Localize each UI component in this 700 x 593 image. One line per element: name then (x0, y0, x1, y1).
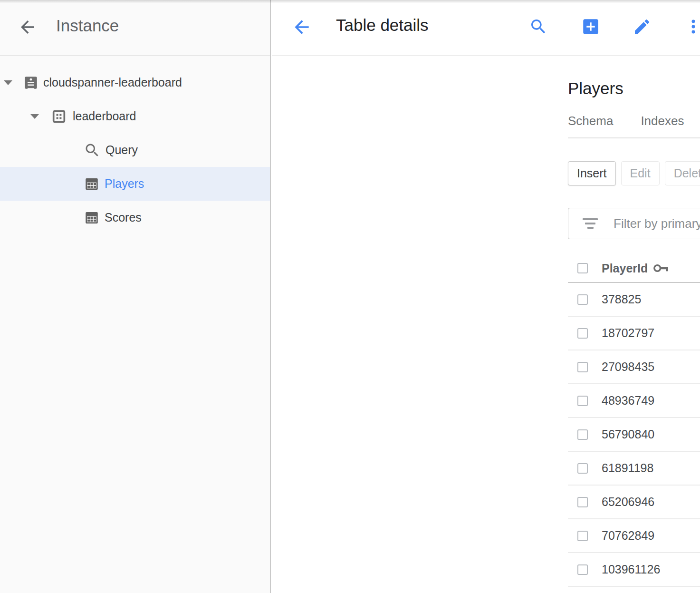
select-all-checkbox[interactable] (577, 263, 588, 273)
tree-item-scores[interactable]: Scores (0, 201, 270, 234)
filter-input[interactable]: Filter by primary key (568, 208, 700, 239)
row-checkbox[interactable] (577, 294, 588, 305)
row-checkbox[interactable] (577, 463, 588, 474)
row-checkbox[interactable] (577, 328, 588, 339)
table-name-title: Players (568, 79, 623, 98)
tree-item-label: Scores (105, 211, 142, 224)
table-row[interactable]: 70762849 Player 77 (568, 519, 700, 553)
sidebar-header: Instance (0, 0, 270, 56)
insert-button[interactable]: Insert (568, 161, 616, 185)
search-icon (84, 142, 101, 159)
row-checkbox[interactable] (577, 497, 588, 507)
delete-button[interactable]: Delete (665, 161, 700, 185)
tree-item-query[interactable]: Query (0, 133, 270, 167)
player-id-cell: 48936749 (602, 394, 700, 408)
tree-item-instance[interactable]: cloudspanner-leaderboard (0, 66, 270, 99)
table-header-row: PlayerId PlayerName (568, 254, 700, 283)
back-icon[interactable] (291, 16, 313, 38)
player-id-cell: 65206946 (602, 495, 700, 509)
table-icon (84, 210, 100, 226)
table-icon (84, 176, 100, 192)
tree-item-players[interactable]: Players (0, 167, 270, 201)
table-row[interactable]: 378825 Player 46 (568, 283, 700, 317)
row-action-buttons: Insert Edit Delete (568, 161, 700, 185)
data-table: PlayerId PlayerName 378825 Player 46 187… (568, 254, 700, 587)
row-checkbox[interactable] (577, 531, 588, 541)
tab-schema[interactable]: Schema (568, 114, 613, 136)
tab-indexes[interactable]: Indexes (641, 114, 684, 136)
collapse-caret-icon[interactable] (4, 80, 12, 85)
search-icon[interactable] (527, 16, 549, 38)
page-header-title: Table details (336, 16, 429, 35)
row-checkbox[interactable] (577, 429, 588, 440)
back-icon[interactable] (17, 17, 38, 38)
tree-item-label: Query (105, 143, 138, 157)
player-id-cell: 378825 (602, 292, 700, 306)
table-row[interactable]: 27098435 Player 5 (568, 350, 700, 384)
tree-item-database[interactable]: leaderboard (0, 99, 270, 133)
tree-item-label: leaderboard (73, 109, 136, 123)
tab-divider (568, 137, 700, 138)
edit-icon[interactable] (631, 16, 653, 38)
primary-key-icon (653, 263, 669, 273)
table-row[interactable]: 56790840 Player 49 (568, 418, 700, 452)
row-checkbox[interactable] (577, 396, 588, 406)
tree-item-label: cloudspanner-leaderboard (43, 76, 182, 89)
column-header-playerid: PlayerId (602, 262, 700, 275)
column-header-label: PlayerId (602, 262, 648, 275)
row-checkbox[interactable] (577, 564, 588, 575)
add-icon[interactable] (580, 16, 602, 38)
player-id-cell: 18702797 (602, 326, 700, 340)
player-id-cell: 70762849 (602, 529, 700, 543)
table-row[interactable]: 61891198 Player 19 (568, 452, 700, 486)
sidebar-title: Instance (56, 16, 119, 35)
player-id-cell: 61891198 (602, 461, 700, 475)
main-panel: Table details Players Schema Indexes Dat… (272, 0, 700, 593)
table-row[interactable]: 103961126 Player 70 (568, 553, 700, 587)
filter-list-icon (583, 218, 598, 229)
tree-item-label: Players (105, 177, 144, 191)
table-row[interactable]: 48936749 Player 74 (568, 384, 700, 418)
player-id-cell: 103961126 (602, 563, 700, 576)
resource-tree: cloudspanner-leaderboard leaderboard Que… (0, 66, 270, 234)
player-id-cell: 27098435 (602, 360, 700, 374)
edit-button[interactable]: Edit (621, 161, 660, 185)
sidebar: Instance cloudspanner-leaderboard (0, 0, 271, 593)
filter-placeholder: Filter by primary key (614, 216, 700, 231)
table-body: 378825 Player 46 18702797 Player 66 2709… (568, 283, 700, 587)
table-row[interactable]: 65206946 Player 34 (568, 486, 700, 519)
main-header: Table details (272, 0, 700, 56)
collapse-caret-icon[interactable] (30, 114, 39, 119)
row-checkbox[interactable] (577, 362, 588, 372)
more-vert-icon[interactable] (682, 16, 700, 38)
instance-icon (23, 75, 39, 91)
tab-bar: Schema Indexes Data (568, 114, 700, 136)
database-icon (51, 108, 67, 125)
player-id-cell: 56790840 (602, 428, 700, 441)
table-row[interactable]: 18702797 Player 66 (568, 317, 700, 350)
